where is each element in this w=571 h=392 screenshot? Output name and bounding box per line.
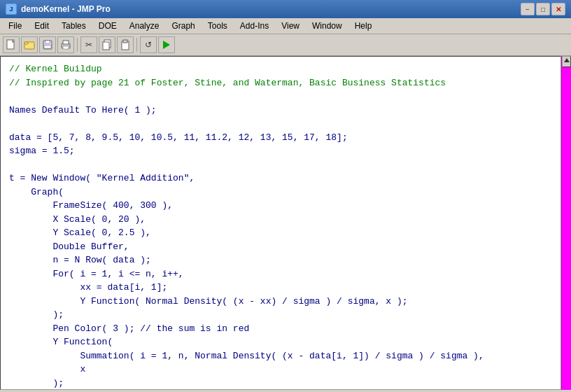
svg-rect-7	[63, 41, 69, 44]
copy-button[interactable]	[99, 36, 115, 53]
cut-button[interactable]: ✂	[80, 36, 97, 53]
menu-tools[interactable]: Tools	[202, 20, 233, 32]
scroll-up-arrow[interactable]	[562, 56, 571, 67]
minimize-button[interactable]: −	[521, 3, 535, 15]
main-content: // Kernel Buildup // Inspired by page 21…	[0, 56, 571, 390]
svg-rect-8	[63, 46, 69, 49]
new-button[interactable]	[3, 36, 20, 53]
undo-button[interactable]: ↺	[140, 36, 157, 53]
menu-file[interactable]: File	[3, 20, 27, 32]
save-button[interactable]	[39, 36, 56, 53]
code-text: // Kernel Buildup // Inspired by page 21…	[9, 62, 552, 390]
open-button[interactable]	[21, 36, 38, 53]
close-button[interactable]: ✕	[551, 3, 565, 15]
svg-rect-5	[44, 46, 51, 48]
menu-graph[interactable]: Graph	[166, 20, 200, 32]
menu-tables[interactable]: Tables	[56, 20, 92, 32]
svg-rect-2	[24, 42, 28, 44]
menu-view[interactable]: View	[276, 20, 305, 32]
code-editor[interactable]: // Kernel Buildup // Inspired by page 21…	[0, 56, 561, 390]
separator-2	[136, 38, 137, 52]
window-title: demoKernel - JMP Pro	[21, 4, 111, 14]
app-icon: J	[6, 4, 17, 15]
run-button[interactable]	[158, 36, 175, 53]
maximize-button[interactable]: □	[536, 3, 550, 15]
title-bar-left: J demoKernel - JMP Pro	[6, 4, 111, 15]
menu-analyze[interactable]: Analyze	[124, 20, 165, 32]
menu-addins[interactable]: Add-Ins	[234, 20, 274, 32]
svg-marker-13	[163, 41, 170, 49]
svg-rect-4	[45, 41, 50, 43]
menu-doe[interactable]: DOE	[93, 20, 122, 32]
title-bar: J demoKernel - JMP Pro − □ ✕	[0, 0, 571, 18]
right-scrollbar-accent[interactable]	[561, 56, 571, 390]
menu-edit[interactable]: Edit	[29, 20, 55, 32]
svg-rect-10	[103, 42, 109, 50]
print-button[interactable]	[57, 36, 74, 53]
paste-button[interactable]	[117, 36, 134, 53]
separator-1	[77, 38, 78, 52]
toolbar: ✂ ↺	[0, 34, 571, 56]
menu-help[interactable]: Help	[349, 20, 378, 32]
menu-bar: File Edit Tables DOE Analyze Graph Tools…	[0, 18, 571, 34]
menu-window[interactable]: Window	[306, 20, 348, 32]
svg-marker-14	[564, 58, 570, 62]
svg-rect-12	[123, 40, 127, 43]
title-bar-controls: − □ ✕	[521, 3, 565, 15]
